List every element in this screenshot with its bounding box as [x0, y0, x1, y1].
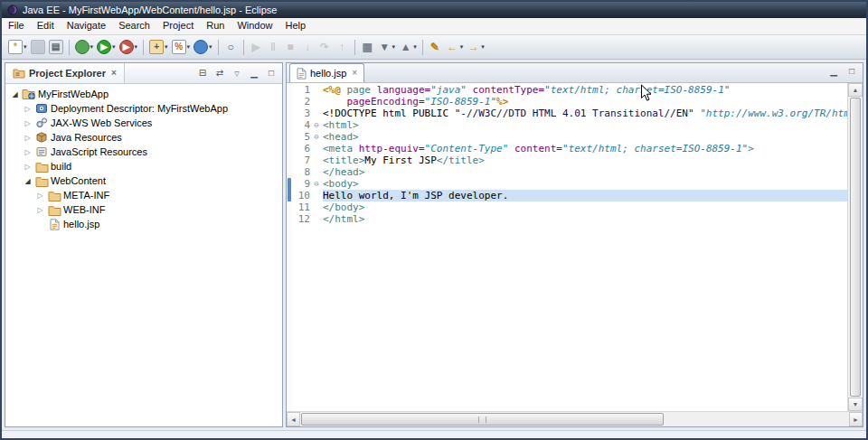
web-browser-button[interactable]: ▾ [192, 39, 214, 55]
tab-hello-jsp[interactable]: hello.jsp × [289, 63, 364, 82]
code-line-5[interactable]: 5⊖<head> [292, 131, 847, 143]
collapse-all-icon[interactable]: ⊟ [196, 69, 209, 78]
dropdown-arrow-icon[interactable]: ▾ [392, 43, 396, 51]
link-with-editor-icon[interactable]: ⇄ [213, 69, 226, 78]
mark-occurrences-button[interactable]: ▦ [359, 40, 376, 55]
dropdown-arrow-icon[interactable]: ▾ [135, 43, 138, 51]
expanded-arrow-icon[interactable]: ◢ [9, 90, 21, 98]
code-line-11[interactable]: 11</body> [292, 201, 847, 213]
code-line-6[interactable]: 6<meta http-equiv="Content-Type" content… [292, 143, 847, 154]
scroll-up-icon[interactable]: ▲ [848, 83, 863, 97]
tree-item-java-resources[interactable]: ▷Java Resources [5, 130, 282, 145]
scroll-right-icon[interactable]: ► [849, 412, 863, 426]
fold-marker-icon[interactable]: ⊖ [310, 178, 323, 190]
last-edit-location-button[interactable]: ✎ [427, 40, 444, 55]
new-web-component-button[interactable]: +▾ [147, 39, 170, 55]
code-line-3[interactable]: 3<!DOCTYPE html PUBLIC "-//W3C//DTD HTML… [292, 108, 847, 119]
horizontal-scroll-track[interactable] [300, 412, 849, 426]
maximize-editor-icon[interactable]: □ [845, 67, 858, 76]
suspend-icon: ‖ [267, 41, 280, 54]
menu-project[interactable]: Project [156, 18, 200, 34]
dropdown-arrow-icon[interactable]: ▾ [112, 43, 116, 51]
minimize-editor-icon[interactable]: ▁ [827, 67, 840, 76]
collapsed-arrow-icon[interactable]: ▷ [34, 192, 46, 200]
collapsed-arrow-icon[interactable]: ▷ [34, 206, 46, 214]
expanded-arrow-icon[interactable]: ◢ [22, 177, 33, 185]
menu-window[interactable]: Window [231, 18, 278, 34]
menu-file[interactable]: File [2, 18, 31, 34]
code-line-2[interactable]: 2 pageEncoding="ISO-8859-1"%> [292, 96, 847, 108]
dropdown-arrow-icon[interactable]: ▾ [187, 43, 191, 51]
dropdown-arrow-icon[interactable]: ▾ [209, 43, 212, 51]
web-browser-icon [193, 40, 208, 54]
step-return-button: ↑ [334, 40, 351, 55]
code-line-7[interactable]: 7<title>My First JSP</title> [292, 154, 847, 166]
new-jsp-file-button[interactable]: %▾ [170, 39, 193, 55]
close-tab-icon[interactable]: × [352, 69, 357, 78]
menu-bar: FileEditNavigateSearchProjectRunWindowHe… [2, 18, 866, 35]
tree-item-label: hello.jsp [62, 219, 99, 229]
tree-item-meta-inf[interactable]: ▷META-INF [5, 188, 282, 202]
next-annotation-button[interactable]: ▼▾ [376, 40, 398, 55]
previous-annotation-button[interactable]: ▲▾ [397, 40, 419, 55]
tree-item-myfirstwebapp[interactable]: ◢MyFirstWebApp [5, 87, 282, 101]
dropdown-arrow-icon[interactable]: ▾ [165, 43, 168, 51]
code-area[interactable]: 1<%@ page language="java" contentType="t… [292, 83, 847, 411]
tab-project-explorer[interactable]: Project Explorer × [5, 63, 125, 83]
print-button[interactable]: ▤ [47, 39, 65, 55]
dropdown-arrow-icon[interactable]: ▾ [24, 43, 27, 51]
code-line-9[interactable]: 9⊖<body> [292, 178, 847, 190]
vertical-scrollbar[interactable]: ▲ ▼ [847, 83, 863, 411]
tree-item-webcontent[interactable]: ◢WebContent [5, 173, 282, 188]
dropdown-arrow-icon[interactable]: ▾ [413, 43, 417, 51]
horizontal-scroll-thumb[interactable] [301, 413, 664, 426]
horizontal-scrollbar[interactable]: ◄ ► [287, 411, 863, 426]
menu-help[interactable]: Help [279, 18, 313, 34]
collapsed-arrow-icon[interactable]: ▷ [22, 148, 33, 156]
collapsed-arrow-icon[interactable]: ▷ [22, 119, 33, 127]
fold-marker-icon[interactable]: ⊖ [310, 119, 323, 131]
dropdown-arrow-icon[interactable]: ▾ [460, 43, 464, 51]
collapsed-arrow-icon[interactable]: ▷ [22, 105, 33, 113]
tree-item-javascript-resources[interactable]: ▷JavaScript Resources [5, 145, 282, 159]
external-tools-button[interactable]: ▶▾ [118, 39, 140, 55]
menu-edit[interactable]: Edit [31, 18, 61, 34]
tree-item-build[interactable]: ▷build [5, 159, 282, 173]
code-line-4[interactable]: 4⊖<html> [292, 119, 847, 131]
menu-run[interactable]: Run [200, 18, 231, 34]
fold-spacer [310, 213, 323, 225]
collapsed-arrow-icon[interactable]: ▷ [22, 163, 33, 171]
close-view-icon[interactable]: × [111, 69, 117, 78]
search-button[interactable]: ○ [222, 40, 240, 55]
new-wizard-button[interactable]: *▾ [6, 39, 29, 55]
scroll-left-icon[interactable]: ◄ [287, 412, 300, 426]
dropdown-arrow-icon[interactable]: ▾ [481, 43, 485, 51]
debug-button[interactable]: ▾ [73, 39, 96, 55]
scroll-down-icon[interactable]: ▼ [848, 398, 863, 411]
menu-navigate[interactable]: Navigate [61, 18, 112, 34]
collapsed-arrow-icon[interactable]: ▷ [22, 134, 33, 142]
dropdown-arrow-icon[interactable]: ▾ [90, 43, 94, 51]
code-line-1[interactable]: 1<%@ page language="java" contentType="t… [292, 84, 847, 96]
fold-marker-icon[interactable]: ⊖ [310, 131, 323, 143]
vertical-scroll-thumb[interactable] [850, 98, 861, 397]
maximize-view-icon[interactable]: □ [265, 69, 278, 78]
line-number: 3 [292, 108, 310, 119]
code-line-12[interactable]: 12</html> [292, 213, 847, 225]
tree-item-hello-jsp[interactable]: hello.jsp [5, 217, 282, 231]
menu-search[interactable]: Search [112, 18, 156, 34]
back-button[interactable]: ←▾ [444, 40, 466, 55]
tree-item-deployment-descriptor-myfirstwebapp[interactable]: ▷Deployment Descriptor: MyFirstWebApp [5, 101, 282, 116]
forward-button[interactable]: →▾ [465, 40, 486, 55]
main-area: Project Explorer × ⊟⇄▽▁□ ◢MyFirstWebApp▷… [2, 60, 866, 430]
tree-item-web-inf[interactable]: ▷WEB-INF [5, 202, 282, 217]
step-into-button: ↓ [299, 40, 316, 55]
code-line-10[interactable]: 10Hello world, I'm JSP developer. [292, 190, 847, 201]
view-menu-icon[interactable]: ▽ [231, 70, 243, 77]
tree-item-jax-ws-web-services[interactable]: ▷JAX-WS Web Services [5, 116, 282, 130]
code-text: </body> [323, 201, 847, 213]
code-line-8[interactable]: 8</head> [292, 166, 847, 178]
minimize-view-icon[interactable]: ▁ [248, 69, 260, 78]
mark-occurrences-icon: ▦ [361, 41, 374, 54]
run-button[interactable]: ▶▾ [95, 39, 118, 55]
